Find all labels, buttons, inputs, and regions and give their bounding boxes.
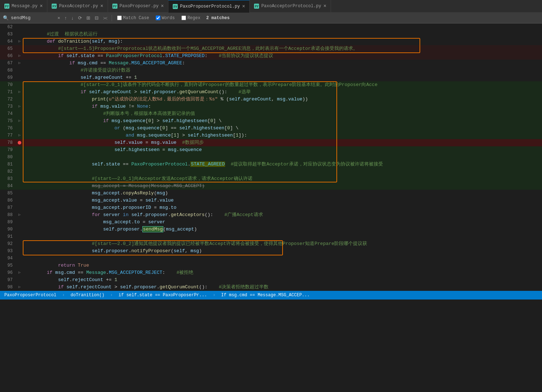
code-line-67: 67 ▷ if msg.cmd == Message.MSG_ACCEPTOR_… <box>0 60 542 67</box>
match-count: 2 matches <box>206 16 230 21</box>
tab-proposer[interactable]: py PaxoProposer.py × <box>108 0 168 13</box>
status-class: PaxoProposerProtocol <box>4 293 56 298</box>
close-tab-acceptor[interactable]: × <box>100 4 103 9</box>
line-number-82: 82 <box>0 168 16 175</box>
status-sep-1: › <box>62 293 65 298</box>
words-label: Words <box>162 16 175 21</box>
tab-label-acceptor-proto: PaxoAcceptorProtocol.py <box>261 4 321 9</box>
words-checkbox[interactable] <box>156 16 160 20</box>
code-line-89: 89 msg_accept.to = server <box>0 219 542 226</box>
line-content-86: msg_accept.value = self.value <box>23 197 542 204</box>
line-content-70: #[start——2.0_1]该条件下的代码会不断执行，直到许诺Proposer… <box>23 81 542 89</box>
code-line-72: 72 print(u"达成协议的法定人数%d，最后的价值回答是：%s" % (s… <box>0 96 542 103</box>
close-tab-proposer-proto[interactable]: × <box>242 4 245 9</box>
tab-acceptor[interactable]: py PaxoAcceptor.py × <box>47 0 108 13</box>
tab-label-message: Message.py <box>12 4 38 9</box>
line-number-89: 89 <box>0 219 16 226</box>
line-content-77: and msg.sequence[1] > self.highestseen[1… <box>23 132 542 139</box>
gutter-63 <box>16 31 23 38</box>
line-number-72: 72 <box>0 96 16 103</box>
line-content-75: if msg.sequence[0] > self.highestseen[0]… <box>23 117 542 125</box>
match-case-checkbox[interactable] <box>117 16 122 20</box>
filter-toggle-button[interactable]: ⊟ <box>94 14 100 21</box>
gutter-67: ▷ <box>16 60 23 67</box>
clear-search-button[interactable]: × <box>56 14 61 21</box>
code-editor: 62 63 #过渡 根据状态机运行 64 ▷ def doTranition(s… <box>0 23 542 291</box>
search-input[interactable] <box>11 15 54 21</box>
tab-icon-proposer-proto: py <box>173 4 178 9</box>
funnel-button[interactable]: ⩙ <box>102 14 109 21</box>
prev-match-button[interactable]: ↑ <box>64 14 68 21</box>
search-bar: 🔍 × ↑ ↓ ⟳ ⊞ ⊟ ⩙ Match Case Words Regex 2… <box>0 13 542 23</box>
line-content-90: self.proposer.sendMsg(msg_accept) <box>23 226 542 233</box>
status-breadcrumb-1: if self.state == PaxoProposerPr... <box>119 293 207 298</box>
gutter-94 <box>16 255 23 262</box>
filter-button[interactable]: ⊞ <box>85 14 91 21</box>
gutter-65 <box>16 45 23 52</box>
code-line-63: 63 #过渡 根据状态机运行 <box>0 31 542 38</box>
line-content-81: self.state == PaxoProposerProtocol.STATE… <box>23 161 542 168</box>
line-number-71: 71 <box>0 89 16 96</box>
code-line-95: 95 return True <box>0 262 542 269</box>
search-separator-1 <box>112 15 112 21</box>
line-content-88: for server in self.proposer.getAcceptors… <box>23 211 542 219</box>
line-number-88: 88 <box>0 211 16 219</box>
line-content-76: or (msg.sequence[0] == self.highestseen[… <box>23 125 542 132</box>
line-content-87: msg_accept.proposerID = msg.to <box>23 204 542 211</box>
match-case-label: Match Case <box>123 16 149 21</box>
line-content-91 <box>23 233 542 240</box>
line-number-78: 78 <box>0 139 16 146</box>
gutter-72 <box>16 96 23 103</box>
regex-option[interactable]: Regex <box>179 15 203 21</box>
line-content-78: self.value = msg.value #数据同步 <box>23 139 542 146</box>
line-number-91: 91 <box>0 233 16 240</box>
line-content-69: self.agreeCount += 1 <box>23 74 542 81</box>
tab-label-acceptor: PaxoAcceptor.py <box>59 4 98 9</box>
line-content-63: #过渡 根据状态机运行 <box>23 31 542 38</box>
code-line-82: 82 <box>0 168 542 175</box>
line-content-83: #[start——2.0_1]向Acceptor发送Accept请求，请求Acc… <box>23 175 542 182</box>
next-match-button[interactable]: ↓ <box>70 14 75 21</box>
status-bar: PaxoProposerProtocol › doTranition() › i… <box>0 291 542 300</box>
gutter-84 <box>16 182 23 190</box>
gutter-62 <box>16 23 23 31</box>
refresh-search-button[interactable]: ⟳ <box>77 14 83 21</box>
close-tab-acceptor-proto[interactable]: × <box>323 4 326 9</box>
line-number-66: 66 <box>0 52 16 60</box>
line-number-65: 65 <box>0 45 16 52</box>
line-content-68: #许诺接受提议的计数器 <box>23 67 542 74</box>
line-content-71: if self.agreeCount > self.proposer.getQu… <box>23 89 542 96</box>
words-option[interactable]: Words <box>154 15 177 21</box>
match-case-option[interactable]: Match Case <box>115 15 151 21</box>
line-number-95: 95 <box>0 262 16 269</box>
line-content-98: if self.rejectCount > self.proposer.getQ… <box>23 284 542 291</box>
regex-checkbox[interactable] <box>181 16 186 20</box>
line-number-84: 84 <box>0 182 16 190</box>
line-number-75: 75 <box>0 117 16 125</box>
line-number-69: 69 <box>0 74 16 81</box>
line-number-98: 98 <box>0 284 16 291</box>
line-content-66: if self.state == PaxoProposerProtocol.ST… <box>23 52 542 60</box>
tab-acceptor-proto[interactable]: py PaxoAcceptorProtocol.py × <box>250 0 331 13</box>
close-tab-message[interactable]: × <box>40 4 43 9</box>
code-line-68: 68 #许诺接受提议的计数器 <box>0 67 542 74</box>
status-breadcrumb-2: If msg.cmd == Message.MSG_ACCEP... <box>221 293 310 298</box>
gutter-93 <box>16 247 23 255</box>
line-number-85: 85 <box>0 190 16 197</box>
line-number-96: 96 <box>0 269 16 276</box>
breakpoint-78 <box>18 141 21 145</box>
tab-message[interactable]: py Message.py × <box>0 0 47 13</box>
tab-proposer-proto[interactable]: py PaxoProposerProtocol.py × <box>168 0 250 13</box>
line-number-80: 80 <box>0 154 16 161</box>
tab-icon-message: py <box>4 4 9 9</box>
gutter-98: ▷ <box>16 284 23 291</box>
line-number-90: 90 <box>0 226 16 233</box>
code-line-85: 85 msg_accept.copyAsReply(msg) <box>0 190 542 197</box>
code-line-96: 96 ▷ if msg.cmd == Message.MSG_ACCEPTOR_… <box>0 269 542 276</box>
gutter-79 <box>16 146 23 154</box>
code-line-71: 71 ▷ if self.agreeCount > self.proposer.… <box>0 89 542 96</box>
line-content-89: msg_accept.to = server <box>23 219 542 226</box>
gutter-82 <box>16 168 23 175</box>
gutter-73: ▷ <box>16 103 23 110</box>
close-tab-proposer[interactable]: × <box>161 4 164 9</box>
